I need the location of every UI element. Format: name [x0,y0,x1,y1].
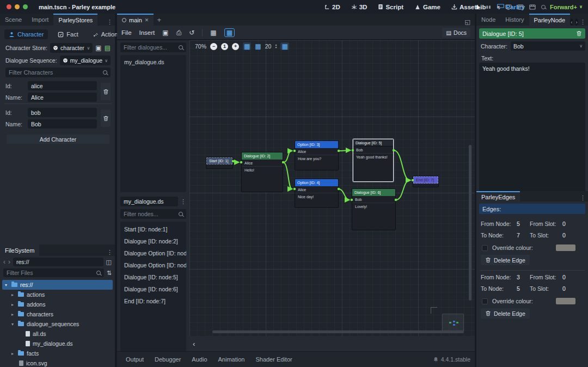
list-item[interactable]: Dialogue [ID: node:2] [120,235,186,247]
list-item[interactable]: Dialogue Option [ID: nod... [120,247,186,259]
panel-animation[interactable]: Animation [214,354,249,364]
delete-character-button[interactable] [101,109,111,127]
tree-item-actions[interactable]: ▸ actions [2,290,113,299]
list-item[interactable]: Dialogue [ID: node:5] [120,271,186,283]
movie-writer-icon[interactable] [529,4,536,10]
tree-item-res[interactable]: ▾ res:// [2,280,113,290]
tree-item-characters[interactable]: ▸ characters [2,309,113,319]
sequence-menu-icon[interactable]: ⋮ [180,198,186,205]
quick-open-icon[interactable] [541,5,546,9]
dock-menu-icon[interactable]: ⋮ [578,194,588,201]
sort-files-icon[interactable]: ⇅ [107,270,112,277]
tab-scene[interactable]: Scene [0,14,27,26]
workspace-3d[interactable]: 3D [351,4,367,10]
tree-closed-icon[interactable]: ▸ [10,302,15,307]
sequence-name-field[interactable]: my_dialogue.ds [120,197,178,206]
dock-menu-icon[interactable]: ⋮ [580,19,588,26]
pause-button[interactable]: ▮▮ [486,5,492,9]
list-item[interactable]: Start [ID: node:1] [120,223,186,235]
tab-parleyedges[interactable]: ParleyEdges [476,191,520,201]
movie-maker-icon[interactable] [517,4,524,10]
graph-node-dialogue-2[interactable]: Dialogue [ID: 2] Alice Hello! [241,152,283,192]
save-icon[interactable]: ▣ [162,29,168,36]
history-back-icon[interactable]: ‹ [570,19,573,26]
save-store-icon[interactable]: ▣ [95,44,101,52]
graph-node-end[interactable]: End [ID: 7] [413,176,439,187]
collapse-sidebar-icon[interactable]: ‹ [189,340,198,348]
character-store-dropdown[interactable]: character ∨ [50,43,93,53]
character-id-field[interactable]: bob [28,108,97,117]
window-close-button[interactable] [7,4,11,9]
play-button[interactable]: ▶ [476,4,481,10]
graph-node-start[interactable]: Start [ID: 1] [206,157,233,169]
list-item[interactable]: Dialogue Option [ID: nod... [120,259,186,271]
docs-button[interactable]: ▤ Docs [442,28,470,38]
workspace-script[interactable]: Script [378,4,403,10]
window-minimize-button[interactable] [15,4,20,9]
menu-file[interactable]: File [121,29,132,36]
test-dialogue-from-selected-icon[interactable]: ▦ [224,28,235,37]
tab-history[interactable]: History [500,14,529,26]
delete-edge-button[interactable]: Delete Edge [481,255,530,265]
panel-output[interactable]: Output [121,354,148,364]
delete-node-trash-icon[interactable] [576,30,582,36]
minimap-toggle-icon[interactable]: ▦ [280,42,289,50]
filter-nodes-input[interactable]: Filter nodes... [120,209,186,219]
nav-back-icon[interactable]: ‹ [3,258,5,266]
split-mode-icon[interactable]: ◫ [106,259,112,266]
list-item[interactable]: Dialogue [ID: node:6] [120,283,186,295]
add-character-button[interactable]: Add Character [7,134,109,144]
expand-editor-icon[interactable]: ◱ [461,19,475,26]
tree-open-icon[interactable]: ▾ [10,322,15,327]
dialogue-sequence-dropdown[interactable]: my_dialogue.ds ∨ [60,56,111,65]
graph-vertical-scrollbar[interactable] [469,145,471,301]
tab-fact[interactable]: Fact [53,29,82,39]
tab-node[interactable]: Node [476,14,500,26]
filter-dialogues-input[interactable]: Filter dialogues... [120,42,186,52]
override-colour-checkbox[interactable] [482,298,488,304]
notification-bell-icon[interactable] [433,357,438,362]
tree-closed-icon[interactable]: ▸ [10,292,15,297]
tab-parleystores[interactable]: ParleyStores [53,14,97,26]
spin-down-icon[interactable]: ▾ [275,46,277,49]
character-id-field[interactable]: alice [28,81,97,90]
dock-menu-icon[interactable]: ⋮ [105,19,115,26]
graph-node-dialogue-5[interactable]: Dialogue [ID: 5] Bob Yeah good thanks! [353,139,394,182]
zoom-reset-button[interactable]: 1 [221,43,228,50]
stop-button[interactable]: ■ [497,4,499,10]
delete-edge-button[interactable]: Delete Edge [481,308,530,319]
new-tab-button[interactable]: + [154,14,164,26]
graph-canvas[interactable]: 70% − 1 + ▦ ▦ 20 ▴ ▾ ▦ Start [ID: 1] Dia… [189,40,475,336]
workspace-2d[interactable]: 2D [324,4,340,10]
grid-toggle-icon[interactable]: ▦ [255,42,261,50]
path-field[interactable]: res:// [13,258,103,266]
tree-item-facts[interactable]: ▸ facts [2,348,113,358]
import-icon[interactable]: ⎙ [176,29,182,36]
renderer-selector[interactable]: Forward+ ∨ [550,4,583,10]
tree-open-icon[interactable]: ▾ [3,283,9,288]
workspace-game[interactable]: Game [414,4,440,10]
tab-filesystem[interactable]: FileSystem [0,244,39,256]
panel-debugger[interactable]: Debugger [150,354,185,364]
zoom-in-button[interactable]: + [232,43,239,50]
grid-size-spinner[interactable]: ▴ ▾ [275,44,277,49]
close-icon[interactable]: ✕ [145,17,149,23]
character-name-field[interactable]: Bob [28,119,97,129]
delete-character-button[interactable] [101,83,111,100]
filter-files-input[interactable]: Filter Files [3,268,104,277]
window-zoom-button[interactable] [23,4,28,9]
graph-horizontal-scrollbar[interactable] [212,331,464,333]
character-dropdown[interactable]: Bob ∨ [511,41,585,51]
tree-item-dialogue-sequences[interactable]: ▾ dialogue_sequences [2,319,113,329]
colour-swatch[interactable] [556,244,575,251]
remote-debug-icon[interactable] [505,4,512,10]
list-item[interactable]: my_dialogue.ds [120,57,186,67]
panel-shader-editor[interactable]: Shader Editor [251,354,296,364]
new-store-icon[interactable]: ▤ [105,44,111,52]
snap-toggle-icon[interactable]: ▦ [243,42,251,50]
undo-icon[interactable]: ↺ [189,29,194,36]
menu-insert[interactable]: Insert [139,29,155,36]
tree-item-my-dialogue-ds[interactable]: my_dialogue.ds [2,339,113,348]
graph-node-dialogue-6[interactable]: Dialogue [ID: 6] Bob Lovely! [352,188,396,230]
tab-parleynode[interactable]: ParleyNode [529,14,570,26]
